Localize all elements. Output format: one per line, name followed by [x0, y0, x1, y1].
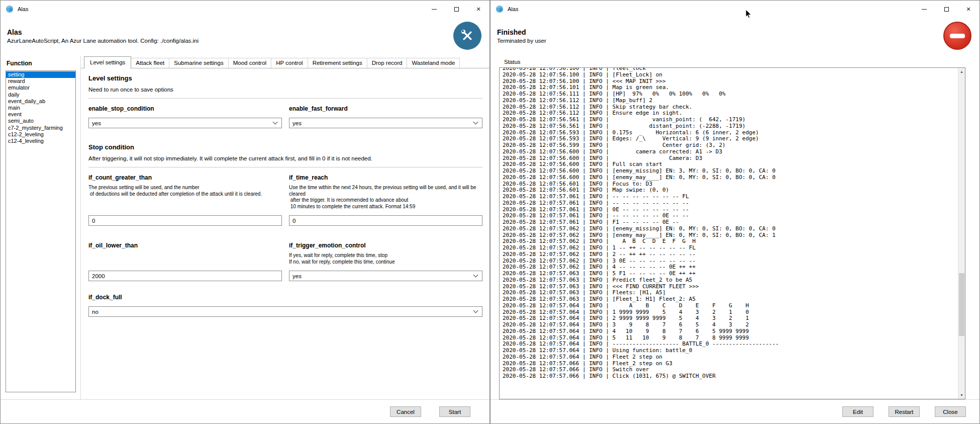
app-subtitle: AzurLaneAutoScript, An Azur Lane automat…: [7, 38, 199, 44]
left-footer: Cancel Start: [1, 399, 489, 423]
stop-condition-title: Stop condition: [88, 143, 482, 151]
log-line: 2020-05-28 12:07:57.063 | INFO | 5 F1 --…: [503, 271, 956, 277]
scrollbar-thumb[interactable]: [959, 273, 964, 336]
status-label: Status: [504, 59, 979, 65]
field-desc: If yes, wait for reply, complete this ti…: [289, 252, 482, 265]
minimize-icon[interactable]: [913, 1, 935, 18]
alas-logo-icon: [496, 5, 504, 13]
maximize-icon[interactable]: [935, 1, 957, 18]
log-line: 2020-05-28 12:07:57.066 | INFO | Click (…: [503, 373, 956, 380]
section-title: Level settings: [88, 74, 482, 82]
sidebar-item[interactable]: c7-2_mystery_farming: [6, 125, 75, 131]
stop-condition-desc: After triggering, it will not stop immed…: [88, 155, 482, 161]
scroll-down-icon[interactable]: ▼: [958, 391, 965, 399]
tab[interactable]: Retirement settings: [308, 58, 367, 68]
log-lines: 2020-05-28 12:07:56.100 | INFO | fleet_l…: [503, 67, 956, 380]
log-line: 2020-05-28 12:07:57.063 | INFO | [Fleet_…: [503, 296, 956, 303]
log-line: 2020-05-28 12:07:57.061 | INFO | -- -- -…: [503, 194, 956, 200]
log-line: 2020-05-28 12:07:57.064 | INFO | Using f…: [503, 348, 956, 354]
log-line: 2020-05-28 12:07:57.064 | INFO | 4 10 9 …: [503, 328, 956, 335]
field-enable-fast-forward: enable_fast_forward yes: [289, 105, 482, 128]
log-line: 2020-05-28 12:07:57.062 | INFO | 2 -- ++…: [503, 251, 956, 258]
sidebar-item[interactable]: reward: [6, 78, 75, 84]
start-button[interactable]: Start: [439, 406, 470, 417]
sidebar-item[interactable]: daily: [6, 92, 75, 98]
field-desc: The previous setting will be used, and t…: [88, 185, 282, 197]
field-if-dock-full: if_dock_full no: [88, 294, 482, 317]
log-line: 2020-05-28 12:07:57.064 | INFO | A B C D…: [503, 303, 956, 309]
log-line: 2020-05-28 12:07:57.064 | INFO | Fleet 2…: [503, 354, 956, 361]
if-count-greater-than-input[interactable]: 0: [88, 215, 282, 226]
log-line: 2020-05-28 12:07:56.112 | INFO | [Map_bu…: [503, 98, 956, 104]
stop-badge-icon: [943, 22, 971, 50]
sidebar-item[interactable]: c12-4_leveling: [6, 138, 75, 144]
app-title: Alas: [7, 28, 199, 36]
edit-button[interactable]: Edit: [842, 406, 873, 417]
sidebar-item[interactable]: main: [6, 105, 75, 111]
window-title: Alas: [18, 6, 28, 12]
sidebar-item[interactable]: emulator: [6, 84, 75, 91]
left-window: Alas ✕ Alas AzurLaneAutoScript, An Azur …: [0, 0, 490, 424]
chevron-down-icon: [473, 308, 478, 313]
log-line: 2020-05-28 12:07:56.100 | INFO | [Fleet_…: [503, 72, 956, 78]
if-oil-lower-than-input[interactable]: 2000: [88, 271, 282, 281]
field-enable-stop-condition: enable_stop_condition yes: [88, 105, 282, 128]
function-sidebar: Function settingrewardemulatordailyevent…: [1, 56, 81, 399]
tab[interactable]: Mood control: [228, 58, 271, 68]
tab[interactable]: Submarine settings: [169, 58, 228, 68]
divider: [88, 167, 482, 167]
alas-logo-icon: [6, 5, 14, 13]
cancel-button[interactable]: Cancel: [390, 406, 421, 417]
section-subtitle: Need to run once to save options: [88, 87, 482, 93]
sidebar-item[interactable]: event: [6, 111, 75, 118]
log-line: 2020-05-28 12:07:56.600 | INFO | [enemy_…: [503, 168, 956, 175]
log-line: 2020-05-28 12:07:56.600 | INFO | camera …: [503, 149, 956, 155]
log-line: 2020-05-28 12:07:56.599 | INFO | Center …: [503, 142, 956, 149]
field-if-count-greater-than: if_count_greater_than The previous setti…: [88, 174, 282, 226]
enable-stop-condition-select[interactable]: yes: [88, 118, 282, 128]
function-label: Function: [7, 60, 76, 67]
scrollbar[interactable]: ▲ ▼: [958, 68, 965, 399]
maximize-icon[interactable]: [445, 1, 467, 18]
tab[interactable]: Wasteland mode: [407, 58, 460, 68]
field-label: if_oil_lower_than: [88, 242, 282, 249]
close-icon[interactable]: ✕: [957, 1, 979, 18]
log-line: 2020-05-28 12:07:57.062 | INFO | [enemy_…: [503, 226, 956, 232]
sidebar-item[interactable]: semi_auto: [6, 118, 75, 124]
log-line: 2020-05-28 12:07:57.064 | INFO | 3 9 8 7…: [503, 322, 956, 328]
field-label: if_time_reach: [289, 174, 482, 181]
log-line: 2020-05-28 12:07:57.061 | INFO | -- -- -…: [503, 200, 956, 207]
divider: [88, 98, 482, 99]
right-footer: Edit Restart Close: [491, 399, 979, 423]
status-title: Finished: [497, 28, 546, 36]
if-dock-full-select[interactable]: no: [88, 306, 482, 317]
sidebar-item[interactable]: event_daily_ab: [6, 98, 75, 105]
log-line: 2020-05-28 12:07:56.111 | INFO | [HP] 97…: [503, 91, 956, 98]
tab[interactable]: Drop record: [367, 58, 408, 68]
function-listbox: settingrewardemulatordailyevent_daily_ab…: [6, 70, 76, 392]
tab[interactable]: Level settings: [84, 56, 131, 68]
tab[interactable]: Attack fleet: [131, 58, 169, 68]
chevron-down-icon: [273, 120, 278, 125]
right-header: Finished Terminated by user: [491, 18, 979, 56]
chevron-down-icon: [473, 120, 478, 125]
enable-fast-forward-select[interactable]: yes: [289, 118, 482, 128]
sidebar-item[interactable]: setting: [6, 71, 75, 78]
log-line: 2020-05-28 12:07:57.063 | INFO | Predict…: [503, 277, 956, 284]
field-if-oil-lower-than: if_oil_lower_than 2000: [88, 242, 282, 281]
field-label: if_trigger_emotion_control: [289, 242, 482, 249]
tab[interactable]: HP control: [271, 58, 308, 68]
field-label: enable_fast_forward: [289, 105, 482, 112]
close-button[interactable]: Close: [935, 406, 966, 417]
close-icon[interactable]: ✕: [467, 1, 489, 18]
log-line: 2020-05-28 12:07:57.061 | INFO | F1 -- -…: [503, 219, 956, 226]
restart-button[interactable]: Restart: [889, 406, 920, 417]
status-subtitle: Terminated by user: [497, 38, 546, 44]
tab-bar: Level settingsAttack fleetSubmarine sett…: [81, 56, 489, 68]
if-time-reach-input[interactable]: 0: [289, 215, 482, 226]
minimize-icon[interactable]: [423, 1, 445, 18]
sidebar-item[interactable]: c12-2_leveling: [6, 131, 75, 138]
field-label: if_dock_full: [88, 294, 482, 301]
scroll-up-icon[interactable]: ▲: [958, 68, 965, 75]
if-trigger-emotion-control-select[interactable]: yes: [289, 271, 482, 281]
